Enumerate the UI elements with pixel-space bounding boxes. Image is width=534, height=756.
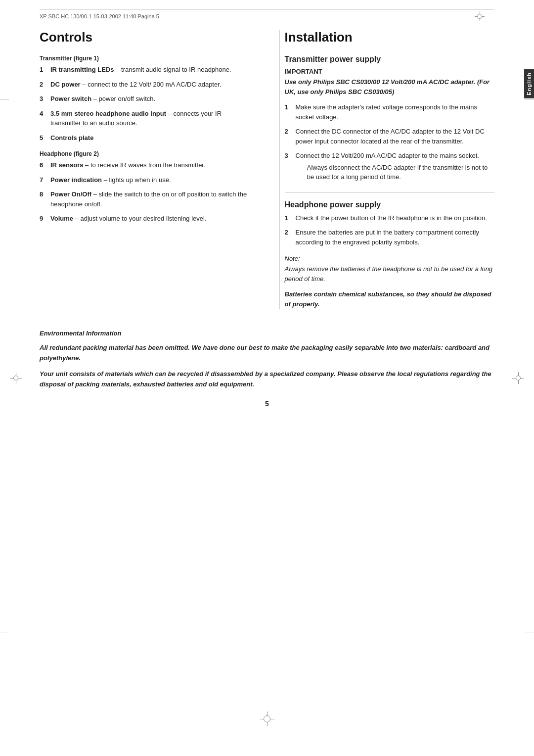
note-text: Always remove the batteries if the headp… xyxy=(285,264,495,284)
page-number: 5 xyxy=(40,400,494,408)
item-number: 6 xyxy=(40,160,50,170)
important-text: Use only Philips SBC CS030/00 12 Volt/20… xyxy=(285,77,495,96)
list-item: 2 Connect the DC connector of the AC/DC … xyxy=(285,127,495,146)
margin-mark xyxy=(525,99,534,99)
environmental-section: Environmental Information All redundant … xyxy=(40,324,494,390)
section-divider xyxy=(285,192,495,192)
list-item: 1 Check if the power button of the IR he… xyxy=(285,213,495,223)
two-column-layout: Controls Transmitter (figure 1) 1 IR tra… xyxy=(40,30,494,309)
item-number: 2 xyxy=(285,228,296,247)
item-bold: Power indication xyxy=(50,176,102,184)
item-content: Make sure the adapter's rated voltage co… xyxy=(296,102,495,122)
item-text: Check if the power button of the IR head… xyxy=(296,214,487,222)
item-number: 8 xyxy=(40,189,50,209)
headphone-items-list: 6 IR sensors – to receive IR waves from … xyxy=(40,160,250,224)
item-number: 7 xyxy=(40,175,50,185)
sub-list: Always disconnect the AC/DC adapter if t… xyxy=(304,163,495,182)
item-number: 2 xyxy=(40,80,50,90)
controls-column: Controls Transmitter (figure 1) 1 IR tra… xyxy=(40,30,260,309)
item-number: 2 xyxy=(285,127,296,146)
item-number: 1 xyxy=(285,213,296,223)
item-number: 3 xyxy=(40,94,50,104)
sub-list-item: Always disconnect the AC/DC adapter if t… xyxy=(304,163,495,182)
transmitter-power-list: 1 Make sure the adapter's rated voltage … xyxy=(285,102,495,184)
item-text: Connect the 12 Volt/200 mA AC/DC adapter… xyxy=(296,152,479,159)
item-text: – power on/off switch. xyxy=(93,95,156,102)
item-text: Connect the DC connector of the AC/DC ad… xyxy=(296,128,485,145)
crosshair-icon xyxy=(512,372,524,384)
headphone-power-list: 1 Check if the power button of the IR he… xyxy=(285,213,495,247)
installation-column: English Installation Transmitter power s… xyxy=(279,30,495,309)
item-bold: IR sensors xyxy=(50,161,83,169)
list-item: 3 Connect the 12 Volt/200 mA AC/DC adapt… xyxy=(285,151,495,184)
item-bold: Controls plate xyxy=(50,134,93,142)
item-content: Connect the 12 Volt/200 mA AC/DC adapter… xyxy=(296,151,495,184)
item-text: Ensure the batteries are put in the batt… xyxy=(296,229,479,246)
list-item: 2 DC power – connect to the 12 Volt/ 200… xyxy=(40,80,250,90)
list-item: 5 Controls plate xyxy=(40,133,250,143)
right-crosshair xyxy=(512,372,524,384)
environmental-paragraph-2: Your unit consists of materials which ca… xyxy=(40,369,494,390)
list-item: 3 Power switch – power on/off switch. xyxy=(40,94,250,104)
installation-content: English Installation Transmitter power s… xyxy=(285,30,495,309)
item-content: Check if the power button of the IR head… xyxy=(296,213,495,223)
item-bold: Volume xyxy=(50,215,73,222)
item-content: IR transmitting LEDs – transmit audio si… xyxy=(50,65,250,75)
item-bold: Power switch xyxy=(50,95,91,102)
item-bold: Power On/Off xyxy=(50,190,91,198)
list-item: 7 Power indication – lights up when in u… xyxy=(40,175,250,185)
item-number: 9 xyxy=(40,214,50,224)
header-text: XP SBC HC 130/00-1 15-03-2002 11:48 Pagi… xyxy=(40,13,465,19)
item-bold: DC power xyxy=(50,81,81,88)
list-item: 1 Make sure the adapter's rated voltage … xyxy=(285,102,495,122)
installation-title: Installation xyxy=(285,30,495,45)
english-tab: English xyxy=(524,69,534,98)
item-bold: 3.5 mm stereo headphone audio input xyxy=(50,110,166,117)
note-label: Note: xyxy=(285,255,495,262)
item-content: IR sensors – to receive IR waves from th… xyxy=(50,160,250,170)
note-section: Note: Always remove the batteries if the… xyxy=(285,255,495,309)
item-content: Power switch – power on/off switch. xyxy=(50,94,250,104)
environmental-title: Environmental Information xyxy=(40,329,494,339)
item-number: 3 xyxy=(285,151,296,184)
item-content: Volume – adjust volume to your desired l… xyxy=(50,214,250,224)
item-text: – lights up when in use. xyxy=(104,176,171,184)
item-number: 5 xyxy=(40,133,50,143)
note-bold: Batteries contain chemical substances, s… xyxy=(285,289,495,309)
page-content: Controls Transmitter (figure 1) 1 IR tra… xyxy=(40,30,494,657)
left-crosshair xyxy=(10,372,22,384)
headphone-power-heading: Headphone power supply xyxy=(285,200,495,209)
item-text: – connect to the 12 Volt/ 200 mA AC/DC a… xyxy=(82,81,221,88)
important-label: IMPORTANT xyxy=(285,68,495,75)
item-content: Power indication – lights up when in use… xyxy=(50,175,250,185)
item-number: 1 xyxy=(40,65,50,75)
item-content: Ensure the batteries are put in the batt… xyxy=(296,228,495,247)
controls-title: Controls xyxy=(40,30,250,45)
transmitter-items-list: 1 IR transmitting LEDs – transmit audio … xyxy=(40,65,250,142)
item-text: Make sure the adapter's rated voltage co… xyxy=(296,103,477,121)
list-item: 9 Volume – adjust volume to your desired… xyxy=(40,214,250,224)
item-text: – adjust volume to your desired listenin… xyxy=(75,215,207,222)
item-content: Controls plate xyxy=(50,133,250,143)
list-item: 2 Ensure the batteries are put in the ba… xyxy=(285,228,495,247)
item-content: DC power – connect to the 12 Volt/ 200 m… xyxy=(50,80,250,90)
item-content: Connect the DC connector of the AC/DC ad… xyxy=(296,127,495,146)
list-item: 1 IR transmitting LEDs – transmit audio … xyxy=(40,65,250,75)
transmitter-power-heading: Transmitter power supply xyxy=(285,55,495,64)
item-bold: IR transmitting LEDs xyxy=(50,66,114,73)
list-item: 8 Power On/Off – slide the switch to the… xyxy=(40,189,250,209)
item-text: – to receive IR waves from the transmitt… xyxy=(85,161,205,169)
item-number: 1 xyxy=(285,102,296,122)
header-crosshair xyxy=(475,11,485,21)
item-content: 3.5 mm stereo headphone audio input – co… xyxy=(50,109,250,128)
transmitter-figure-label: Transmitter (figure 1) xyxy=(40,55,250,62)
list-item: 4 3.5 mm stereo headphone audio input – … xyxy=(40,109,250,128)
item-number: 4 xyxy=(40,109,50,128)
bottom-crosshair xyxy=(260,711,274,726)
crosshair-icon xyxy=(475,11,485,21)
page-header: XP SBC HC 130/00-1 15-03-2002 11:48 Pagi… xyxy=(40,9,494,21)
crosshair-icon xyxy=(10,372,22,384)
environmental-paragraph-1: All redundant packing material has been … xyxy=(40,343,494,364)
margin-mark xyxy=(525,632,534,632)
margin-mark xyxy=(0,99,9,99)
